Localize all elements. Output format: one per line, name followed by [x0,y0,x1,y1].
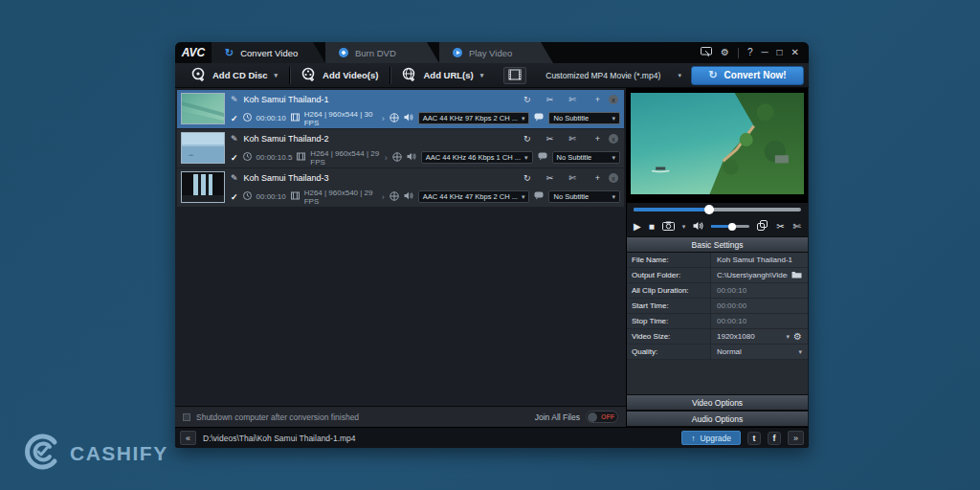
tab-convert-video[interactable]: ↻ Convert Video [212,42,325,63]
rename-icon[interactable]: ✎ [231,95,238,104]
play-button[interactable]: ▶ [634,222,641,232]
file-checkbox[interactable]: ✓ [231,192,238,202]
video-size-gear-icon[interactable]: ⚙ [793,331,802,342]
chevron-down-icon[interactable]: ▾ [798,348,802,356]
subtitle-select[interactable]: No Subtitle ▾ [548,112,620,124]
tab-label: Play Video [469,48,512,58]
trim-icon[interactable]: ✂ [546,173,554,183]
playback-controls: ▶ ■ ▾ [627,216,808,236]
seek-track[interactable] [634,208,801,212]
video-plus-icon [301,67,316,83]
setting-value-field[interactable]: C:\Users\yangh\Videos... [711,268,808,282]
setting-label: Output Folder: [627,268,711,282]
subtitle-select[interactable]: No Subtitle ▾ [552,151,620,164]
add-cd-disc-button[interactable]: Add CD Disc ▾ [180,63,289,87]
seek-handle[interactable] [704,205,714,214]
expand-right-button[interactable]: » [788,431,804,445]
add-videos-button[interactable]: Add Video(s) [290,63,390,87]
trim-icon[interactable]: ✂ [546,95,554,104]
setting-label: Video Size: [627,329,711,344]
reconvert-icon[interactable]: ↻ [523,173,531,183]
chevron-down-icon[interactable]: ▾ [787,333,791,341]
crop-icon[interactable]: ✄ [568,173,576,183]
upgrade-button[interactable]: ↑ Upgrade [681,431,741,445]
minimize-button[interactable]: ─ [761,48,768,57]
quality-select[interactable]: Normal ▾ [711,345,808,359]
file-checkbox[interactable]: ✓ [231,153,238,163]
file-checkbox[interactable]: ✓ [231,114,238,123]
file-list: ✎ Koh Samui Thailand-1 ↻ ✂ ✄ + x [175,88,626,406]
profile-filmstrip-button[interactable] [503,67,526,84]
collapse-left-button[interactable]: « [180,431,196,445]
folder-browse-icon[interactable] [791,271,802,280]
mute-button[interactable] [693,221,703,233]
remove-file-icon[interactable]: x [609,95,618,104]
join-all-files-toggle[interactable]: OFF [586,411,618,423]
tab-play-video[interactable]: Play Video [439,42,553,63]
setting-start-time: Start Time: 00:00:00 [627,299,808,314]
setting-value: 00:00:00 [717,301,746,310]
globe-plus-icon [402,67,416,83]
chevron-down-icon: ▾ [612,193,615,201]
snapshot-button[interactable] [662,221,675,233]
setting-value-field[interactable]: 00:00:10 [711,314,808,328]
subtitle-select[interactable]: No Subtitle ▾ [548,190,620,203]
rename-icon[interactable]: ✎ [231,173,238,183]
remove-file-icon[interactable]: x [609,173,618,183]
trim-tool-icon[interactable]: ✂ [776,222,784,232]
crop-icon[interactable]: ✄ [568,134,576,144]
twitter-icon[interactable]: t [747,432,761,445]
seek-bar[interactable] [627,203,808,216]
crop-tool-icon[interactable]: ✄ [793,222,801,232]
trim-icon[interactable]: ✂ [546,134,554,144]
audio-track-select[interactable]: AAC 44 KHz 47 Kbps 2 CH ... ▾ [418,190,530,203]
add-clip-icon[interactable]: + [595,173,600,183]
add-clip-icon[interactable]: + [595,95,600,104]
seek-progress [634,208,709,212]
language-globe-icon [390,113,399,124]
add-cd-disc-label: Add CD Disc [212,70,268,80]
setting-value-field[interactable]: 00:00:00 [711,299,808,313]
video-options-button[interactable]: Video Options [627,394,808,411]
setting-value-field[interactable]: Koh Samui Thailand-1 [711,253,808,267]
output-profile-select[interactable]: Customized MP4 Movie (*.mp4) ▾ [526,67,687,84]
audio-track-select[interactable]: AAC 44 KHz 46 Kbps 1 CH ... ▾ [421,151,533,164]
help-button[interactable]: ? [747,48,753,57]
file-title: Koh Samui Thailand-2 [244,134,329,144]
current-file-path: D:\videos\Thai\Koh Samui Thailand-1.mp4 [203,434,356,443]
reconvert-icon[interactable]: ↻ [523,134,531,144]
cashify-logo-text: CASHIFY [70,442,168,465]
snapshot-caret-icon[interactable]: ▾ [682,223,686,231]
facebook-icon[interactable]: f [768,432,781,445]
file-row-3[interactable]: ✎ Koh Samui Thailand-3 ↻ ✂ ✄ + x [177,168,624,207]
tab-burn-dvd[interactable]: Burn DVD [325,42,439,63]
shutdown-checkbox[interactable] [183,413,190,421]
maximize-button[interactable]: □ [777,48,783,57]
chevron-down-icon: ▾ [275,72,278,79]
volume-handle[interactable] [728,223,736,231]
video-size-select[interactable]: 1920x1080 ▾ ⚙ [711,329,808,344]
audio-track-select[interactable]: AAC 44 KHz 97 Kbps 2 CH ... ▾ [418,112,530,124]
crop-icon[interactable]: ✄ [568,95,576,104]
video-preview[interactable] [627,88,808,203]
audio-options-button[interactable]: Audio Options [627,411,808,427]
gear-icon[interactable]: ⚙ [721,48,729,57]
file-row-body: ✎ Koh Samui Thailand-3 ↻ ✂ ✄ + x [231,171,620,204]
file-row-1[interactable]: ✎ Koh Samui Thailand-1 ↻ ✂ ✄ + x [177,90,624,128]
upgrade-label: Upgrade [700,434,731,443]
reconvert-icon[interactable]: ↻ [523,95,531,104]
subtitle-bubble-icon [534,113,544,123]
add-clip-icon[interactable]: + [595,134,600,144]
convert-now-button[interactable]: ↻ Convert Now! [691,66,804,85]
rename-icon[interactable]: ✎ [231,134,238,144]
screen-record-icon[interactable] [701,47,712,58]
stop-button[interactable]: ■ [649,222,655,232]
compare-windows-icon[interactable] [757,220,768,233]
file-row-2[interactable]: ✎ Koh Samui Thailand-2 ↻ ✂ ✄ + x [177,129,624,167]
film-icon [297,152,305,163]
add-urls-button[interactable]: Add URL(s) ▾ [390,63,495,87]
remove-file-icon[interactable]: x [609,134,618,144]
file-video-info: H264 | 960x544 | 29 FPS [310,149,379,167]
volume-slider[interactable] [711,225,749,228]
close-button[interactable]: ✕ [791,48,799,57]
